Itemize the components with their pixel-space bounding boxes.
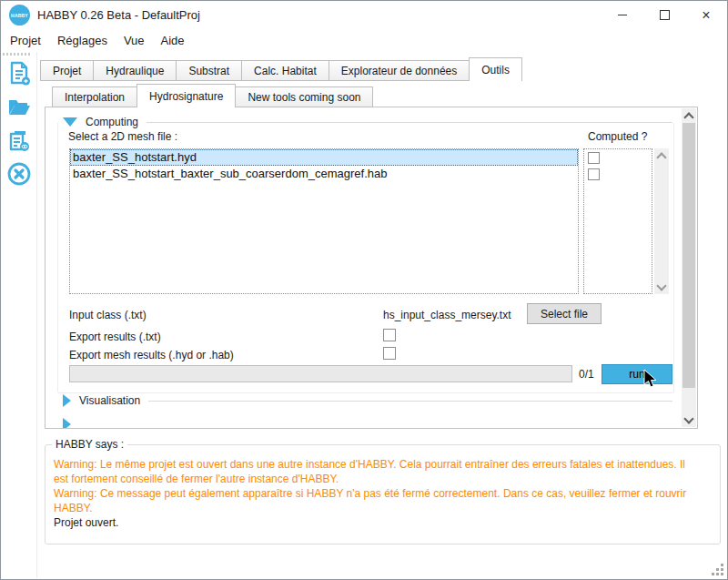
habby-window: HABBY HABBY 0.26 Beta - DefaultProj × Pr… [0, 0, 728, 580]
logo-text: HABBY [11, 13, 28, 18]
list-item-hyd[interactable]: baxter_SS_hotstart.hyd [70, 149, 578, 166]
group-line [148, 401, 672, 402]
subtab-new-tools[interactable]: New tools coming soon [235, 86, 373, 107]
subtab-interpolation[interactable]: Interpolation [52, 86, 137, 107]
scrollbar-thumb[interactable] [682, 123, 695, 388]
open-project-button[interactable] [5, 93, 33, 120]
window-controls: × [602, 1, 727, 29]
export-mesh-checkbox[interactable] [383, 347, 396, 360]
scroll-down-button[interactable] [654, 280, 669, 294]
computed-list [583, 148, 652, 294]
tab-projet[interactable]: Projet [40, 60, 94, 81]
expand-arrow-icon[interactable] [63, 394, 71, 407]
visualisation-header: Visualisation [63, 394, 672, 407]
left-toolbar [1, 52, 37, 578]
warning-message-1: Warning: Le même projet est ouvert dans … [54, 457, 696, 486]
progress-count: 0/1 [579, 368, 594, 381]
project-properties-button[interactable] [5, 127, 33, 154]
menu-projet[interactable]: Projet [2, 30, 49, 52]
chevron-down-icon [656, 280, 666, 290]
close-button[interactable]: × [685, 1, 727, 29]
maximize-button[interactable] [643, 1, 685, 29]
chevron-up-icon [683, 112, 693, 122]
close-project-icon [6, 161, 32, 187]
project-properties-icon [6, 127, 32, 153]
main-tab-bar: Projet Hydraulique Substrat Calc. Habita… [40, 57, 521, 81]
clipped-section-header [63, 418, 672, 429]
mouse-cursor [643, 369, 660, 389]
run-button[interactable]: run [602, 364, 672, 384]
open-project-icon [6, 94, 32, 119]
list-item-hab[interactable]: baxter_SS_hotstart_baxter_sub_coarserdom… [70, 166, 578, 182]
maximize-icon [660, 10, 670, 20]
computed-label: Computed ? [588, 130, 647, 143]
status-message: Projet ouvert. [54, 515, 696, 530]
export-results-label: Export results (.txt) [69, 331, 161, 343]
tab-substrat[interactable]: Substrat [176, 60, 242, 81]
select-file-button[interactable]: Select file [527, 303, 602, 324]
new-project-button[interactable] [5, 59, 33, 86]
menu-aide[interactable]: Aide [153, 30, 193, 52]
close-icon: × [702, 8, 710, 23]
progress-bar [69, 365, 572, 382]
scroll-up-button[interactable] [682, 108, 696, 123]
tab-hydraulique[interactable]: Hydraulique [93, 60, 177, 81]
minimize-button[interactable] [602, 1, 643, 29]
title-bar[interactable]: HABBY HABBY 0.26 Beta - DefaultProj × [1, 1, 727, 30]
menu-vue[interactable]: Vue [116, 30, 153, 52]
expand-arrow-icon[interactable] [63, 418, 71, 429]
chevron-down-icon [683, 413, 693, 423]
scroll-up-button[interactable] [654, 148, 669, 163]
computed-checkbox-2[interactable] [588, 168, 600, 180]
menu-reglages[interactable]: Réglages [49, 30, 116, 52]
input-class-value: hs_input_class_mersey.txt [383, 309, 511, 321]
hydrosignature-panel: Computing Select a 2D mesh file : Comput… [45, 107, 698, 429]
scroll-down-button[interactable] [682, 412, 696, 427]
tools-subtab-bar: Interpolation Hydrosignature New tools c… [52, 84, 372, 107]
toolbar-drag-handle[interactable] [3, 53, 30, 56]
minimize-icon [618, 15, 627, 15]
new-project-icon [6, 60, 32, 86]
tab-outils[interactable]: Outils [469, 57, 522, 81]
export-results-checkbox[interactable] [383, 329, 396, 341]
export-mesh-label: Export mesh results (.hyd or .hab) [69, 349, 234, 361]
close-project-button[interactable] [5, 160, 33, 188]
visualisation-title: Visualisation [79, 394, 140, 407]
subtab-hydrosignature[interactable]: Hydrosignature [136, 84, 236, 107]
computed-checkbox-1[interactable] [588, 152, 600, 164]
panel-scrollbar[interactable] [682, 108, 696, 427]
habby-says-messages: Warning: Le même projet est ouvert dans … [54, 457, 696, 530]
input-class-label: Input class (.txt) [69, 309, 147, 321]
menu-bar: Projet Réglages Vue Aide [1, 30, 193, 52]
tab-explorateur-donnees[interactable]: Explorateur de données [329, 60, 470, 81]
window-title: HABBY 0.26 Beta - DefaultProj [37, 8, 200, 22]
tab-calc-habitat[interactable]: Calc. Habitat [241, 60, 329, 81]
mesh-file-list[interactable]: baxter_SS_hotstart.hyd baxter_SS_hotstar… [69, 148, 579, 294]
chevron-up-icon [656, 152, 666, 162]
computed-scrollbar[interactable] [654, 148, 669, 294]
habby-logo-icon: HABBY [9, 5, 30, 25]
resize-grip-icon[interactable] [712, 564, 724, 576]
mesh-file-label: Select a 2D mesh file : [68, 130, 177, 143]
habby-says-title: HABBY says : [52, 438, 127, 451]
warning-message-2: Warning: Ce message peut également appar… [54, 486, 696, 515]
